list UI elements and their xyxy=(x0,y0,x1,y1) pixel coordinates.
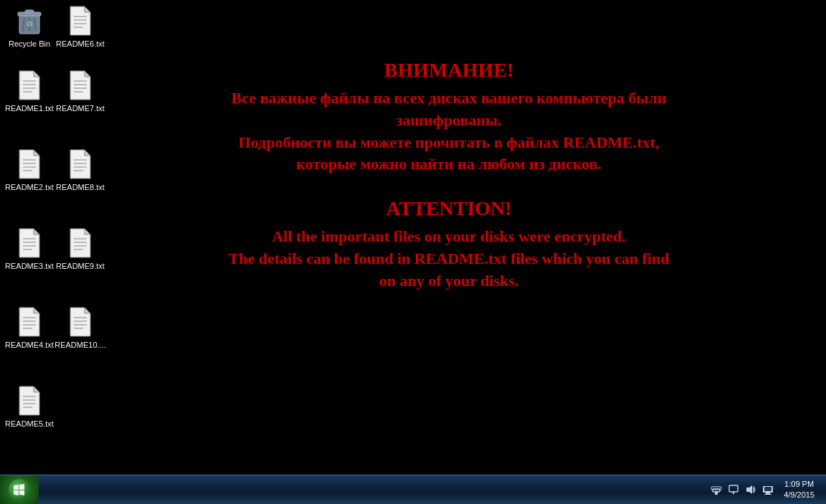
svg-marker-73 xyxy=(746,485,752,494)
english-section: ATTENTION! All the important files on yo… xyxy=(100,197,797,292)
english-line2: The details can be found in README.txt f… xyxy=(229,249,670,267)
network-tray-icon[interactable] xyxy=(709,482,723,497)
file-image-readme10 xyxy=(66,305,95,339)
svg-marker-26 xyxy=(34,150,39,156)
file-image-readme5 xyxy=(15,384,44,418)
file-icon-readme8[interactable]: README8.txt xyxy=(54,147,106,191)
file-icon-readme2[interactable]: README2.txt xyxy=(4,147,55,191)
file-label-readme4: README4.txt xyxy=(5,341,54,349)
ransomware-message: ВНИМАНИЕ! Все важные файлы на всех диска… xyxy=(100,59,797,314)
svg-marker-56 xyxy=(85,308,90,313)
russian-body: Все важные файлы на всех дисках вашего к… xyxy=(100,87,797,176)
file-image-readme1 xyxy=(15,68,44,103)
taskbar: 1:09 PM 4/9/2015 xyxy=(0,475,826,504)
svg-marker-72 xyxy=(732,492,735,495)
taskbar-middle xyxy=(39,475,709,504)
file-icon-readme6[interactable]: README6.txt xyxy=(54,4,106,48)
file-label-readme8: README8.txt xyxy=(56,183,105,191)
file-label-readme6: README6.txt xyxy=(56,39,105,48)
clock-time: 1:09 PM xyxy=(784,479,814,490)
russian-section: ВНИМАНИЕ! Все важные файлы на всех диска… xyxy=(100,59,797,176)
recycle-bin-image: ♻ xyxy=(15,4,44,38)
english-body: All the important files on your disks we… xyxy=(100,226,797,292)
recycle-bin-icon[interactable]: ♻ Recycle Bin xyxy=(4,4,55,48)
file-image-readme4 xyxy=(15,305,44,339)
svg-marker-44 xyxy=(85,229,90,234)
svg-text:♻: ♻ xyxy=(27,20,33,28)
file-label-readme2: README2.txt xyxy=(5,183,54,191)
file-image-readme7 xyxy=(66,68,95,103)
file-label-readme10: README10.... xyxy=(54,341,106,349)
svg-rect-75 xyxy=(766,493,770,494)
file-icon-readme9[interactable]: README9.txt xyxy=(54,226,106,270)
file-label-readme5: README5.txt xyxy=(5,419,54,428)
system-clock[interactable]: 1:09 PM 4/9/2015 xyxy=(778,475,820,504)
english-line3: on any of your disks. xyxy=(379,272,519,290)
svg-marker-14 xyxy=(34,71,39,77)
svg-marker-32 xyxy=(85,150,90,156)
russian-line4: которые можно найти на любом из дисков. xyxy=(296,155,602,173)
file-label-readme1: README1.txt xyxy=(5,104,54,113)
svg-rect-71 xyxy=(729,485,738,492)
svg-rect-2 xyxy=(25,10,34,13)
file-image-readme8 xyxy=(66,147,95,181)
file-label-readme3: README3.txt xyxy=(5,262,54,270)
svg-marker-20 xyxy=(85,71,90,77)
start-button[interactable] xyxy=(0,475,39,505)
svg-marker-62 xyxy=(34,386,39,392)
file-icon-readme10[interactable]: README10.... xyxy=(54,305,106,349)
russian-line2: зашифрованы. xyxy=(396,111,501,129)
english-title: ATTENTION! xyxy=(100,197,797,220)
volume-tray-icon[interactable] xyxy=(744,482,758,497)
file-image-readme3 xyxy=(15,226,44,260)
file-label-readme9: README9.txt xyxy=(56,262,105,270)
file-icon-readme4[interactable]: README4.txt xyxy=(4,305,55,349)
file-label-readme7: README7.txt xyxy=(56,104,105,113)
file-icon-readme1[interactable]: README1.txt xyxy=(4,68,55,113)
file-image-readme2 xyxy=(15,147,44,181)
svg-marker-8 xyxy=(85,6,90,12)
svg-rect-77 xyxy=(764,487,772,491)
russian-line1: Все важные файлы на всех дисках вашего к… xyxy=(232,89,667,107)
recycle-bin-label: Recycle Bin xyxy=(9,39,50,48)
russian-line3: Подробности вы можете прочитать в файлах… xyxy=(239,133,660,151)
file-image-readme6 xyxy=(66,4,95,38)
clock-date: 4/9/2015 xyxy=(784,490,815,500)
svg-marker-38 xyxy=(34,229,39,234)
file-icon-readme7[interactable]: README7.txt xyxy=(54,68,106,113)
english-line1: All the important files on your disks we… xyxy=(272,227,626,245)
svg-marker-50 xyxy=(34,308,39,313)
file-image-readme9 xyxy=(66,226,95,260)
taskbar-tray: 1:09 PM 4/9/2015 xyxy=(709,475,826,504)
desktop: ♻ Recycle Bin README6.txt README1.txt xyxy=(0,0,826,475)
file-icon-readme5[interactable]: README5.txt xyxy=(4,384,55,428)
file-icon-readme3[interactable]: README3.txt xyxy=(4,226,55,270)
russian-title: ВНИМАНИЕ! xyxy=(100,59,797,82)
windows-logo-icon xyxy=(8,478,31,501)
action-center-tray-icon[interactable] xyxy=(726,482,741,497)
power-tray-icon[interactable] xyxy=(761,482,775,497)
svg-rect-76 xyxy=(764,494,772,495)
